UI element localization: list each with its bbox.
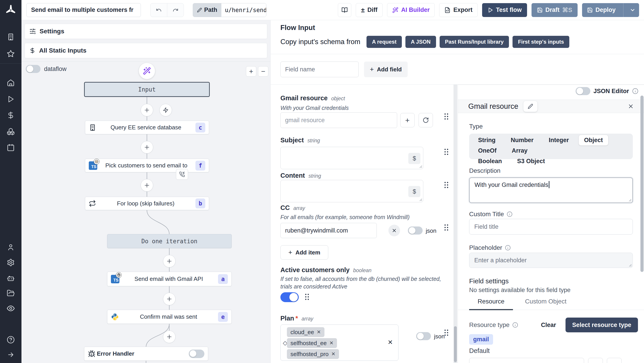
resource-type-badge[interactable]: gmail <box>469 334 493 345</box>
cache-phone-incoming-icon[interactable] <box>176 169 188 180</box>
deploy-dropdown[interactable] <box>626 3 639 17</box>
type-option-boolean[interactable]: Boolean <box>473 156 507 167</box>
custom-title-input[interactable] <box>469 219 633 235</box>
refresh-resource-button[interactable] <box>418 113 433 127</box>
deploy-button[interactable]: Deploy <box>582 3 639 17</box>
plan-multiselect[interactable]: ◇ cloud_ee✕ selfhosted_ee✕ selfhosted_pr… <box>280 324 398 361</box>
test-flow-button[interactable]: Test flow <box>482 3 527 17</box>
edit-field-name-button[interactable] <box>523 101 538 112</box>
add-field-button[interactable]: +Add field <box>364 62 408 77</box>
flow-node-iteration[interactable]: Do one iteration <box>107 234 232 248</box>
schema-from-request-button[interactable]: A request <box>366 36 402 48</box>
resize-handle[interactable] <box>628 263 632 267</box>
home-icon[interactable] <box>7 79 15 87</box>
type-option-number[interactable]: Number <box>505 135 539 145</box>
type-option-s3object[interactable]: S3 Object <box>512 156 550 167</box>
default-resource-input[interactable] <box>469 358 584 363</box>
schema-from-json-button[interactable]: A JSON <box>406 36 436 48</box>
plan-tag[interactable]: selfhosted_ee✕ <box>287 338 337 348</box>
drag-handle[interactable] <box>444 224 449 231</box>
remove-tag-icon[interactable]: ✕ <box>330 340 334 346</box>
content-textarea[interactable]: $ <box>280 180 423 202</box>
subject-textarea[interactable]: $ <box>280 147 423 169</box>
path-value[interactable]: u/henri/send_em <box>222 3 266 17</box>
windmill-logo-icon[interactable] <box>0 0 22 20</box>
tab-custom-object[interactable]: Custom Object <box>525 298 566 305</box>
docs-button[interactable] <box>338 3 351 17</box>
folders-icon[interactable] <box>7 289 15 297</box>
add-step-button[interactable] <box>141 179 153 192</box>
cc-item-input[interactable] <box>280 223 377 238</box>
flow-node-error-handler[interactable]: Error Handler <box>84 347 208 361</box>
clear-resource-button[interactable]: Clear <box>541 322 556 328</box>
audit-eye-icon[interactable] <box>6 304 15 313</box>
scrollbar-thumb[interactable] <box>454 326 457 362</box>
description-textarea[interactable]: With your Gmail credentials <box>469 177 633 203</box>
type-option-object-selected[interactable]: Object <box>579 135 608 145</box>
plan-tag[interactable]: cloud_ee✕ <box>287 327 324 337</box>
remove-tag-icon[interactable]: ✕ <box>317 329 321 335</box>
resize-handle[interactable] <box>418 165 422 168</box>
close-panel-button[interactable] <box>628 103 634 109</box>
tag-input[interactable] <box>348 348 384 360</box>
runs-play-icon[interactable] <box>7 95 14 103</box>
schema-from-past-runs-button[interactable]: Past Runs/Input library <box>440 36 509 48</box>
remove-cc-item-button[interactable] <box>388 225 400 236</box>
drag-handle[interactable] <box>444 329 449 336</box>
gmail-resource-input[interactable] <box>280 112 397 128</box>
add-step-button[interactable] <box>141 104 153 116</box>
add-step-button[interactable] <box>163 330 176 343</box>
ai-bot-icon[interactable] <box>7 274 15 282</box>
type-option-array[interactable]: Array <box>506 145 533 156</box>
variable-picker-button[interactable]: $ <box>408 153 420 164</box>
settings-gear-icon[interactable] <box>7 258 15 266</box>
schema-from-first-step-button[interactable]: First step's inputs <box>512 36 569 48</box>
flow-node-query[interactable]: Query EE service database c <box>85 121 209 134</box>
sort-diamond-icon[interactable]: ◇ <box>283 339 287 346</box>
schedules-calendar-icon[interactable] <box>7 144 15 152</box>
resources-boxes-icon[interactable] <box>7 128 15 136</box>
add-resource-button[interactable]: + <box>400 113 414 127</box>
drag-handle[interactable] <box>444 113 449 120</box>
resize-handle[interactable] <box>418 198 422 201</box>
help-icon[interactable] <box>7 336 15 344</box>
variable-picker-button[interactable]: $ <box>408 186 420 197</box>
placeholder-textarea[interactable]: Enter a placeholder <box>469 253 633 268</box>
collapse-arrow-icon[interactable] <box>7 351 14 358</box>
json-editor-toggle[interactable] <box>576 87 590 95</box>
resize-handle[interactable] <box>628 198 632 202</box>
diff-button[interactable]: ±Diff <box>356 3 382 17</box>
add-step-button[interactable] <box>163 293 176 305</box>
add-trigger-button[interactable] <box>160 104 172 116</box>
redo-button[interactable] <box>167 3 184 17</box>
workspace-building-icon[interactable] <box>7 33 15 41</box>
flow-node-send-email[interactable]: TS Send email with Gmail API a <box>107 272 232 286</box>
drag-handle[interactable] <box>444 181 449 189</box>
drag-handle[interactable] <box>304 293 310 301</box>
error-handler-toggle[interactable] <box>189 349 204 358</box>
add-default-resource-button[interactable]: + <box>588 358 603 363</box>
clear-tags-icon[interactable]: ✕ <box>388 338 393 346</box>
flow-node-pick-customers[interactable]: TS Pick customers to send email to f <box>85 159 209 172</box>
field-name-input[interactable] <box>280 62 359 77</box>
drag-handle[interactable] <box>444 148 449 156</box>
flow-node-forloop[interactable]: For loop (skip failures) b <box>85 197 209 210</box>
type-option-oneof[interactable]: OneOf <box>473 145 502 156</box>
add-step-button[interactable] <box>163 255 176 267</box>
path-chip[interactable]: Path u/henri/send_em <box>193 3 266 17</box>
flow-node-input[interactable]: Input <box>84 82 210 97</box>
schema-scrollbar-thumb[interactable] <box>640 96 644 272</box>
type-option-integer[interactable]: Integer <box>544 135 574 145</box>
type-option-string[interactable]: String <box>473 135 501 145</box>
refresh-default-resource-button[interactable] <box>607 358 622 363</box>
favorites-star-icon[interactable] <box>7 50 15 58</box>
export-button[interactable]: Export <box>439 3 478 17</box>
remove-tag-icon[interactable]: ✕ <box>332 351 336 357</box>
users-icon[interactable] <box>7 243 15 251</box>
add-step-button[interactable] <box>141 141 153 154</box>
plan-tag[interactable]: selfhosted_pro✕ <box>287 349 339 359</box>
tab-resource[interactable]: Resource <box>469 298 513 310</box>
flow-node-confirm[interactable]: Confirm mail was sent e <box>107 310 232 324</box>
plan-json-toggle[interactable] <box>416 332 431 340</box>
ai-builder-button[interactable]: AI Builder <box>387 3 435 17</box>
